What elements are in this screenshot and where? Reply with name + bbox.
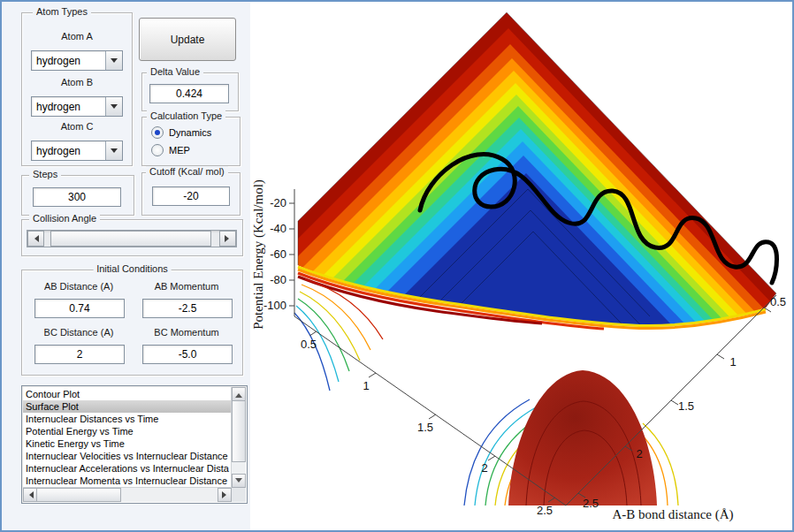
bc-tick: 1 — [363, 379, 369, 392]
cutoff-input[interactable] — [152, 186, 230, 206]
scroll-up-icon[interactable] — [232, 387, 246, 401]
ab-distance-input[interactable] — [34, 299, 125, 318]
collision-angle-title: Collision Angle — [29, 213, 100, 224]
cutoff-panel: Cutoff (Kcal/ mol) — [141, 172, 240, 216]
ab-momentum-input[interactable] — [142, 299, 233, 318]
z-tick: -80 — [270, 273, 286, 286]
radio-dot[interactable] — [151, 126, 164, 139]
z-axis-label: Potential Energy (Kcal/mol) — [251, 179, 266, 330]
delta-value-input[interactable] — [149, 84, 229, 103]
dropdown-arrow-icon[interactable] — [105, 141, 122, 160]
steps-input[interactable] — [33, 187, 121, 207]
slider-thumb[interactable] — [50, 231, 211, 247]
plot-list-item[interactable]: Internuclear Distances vs Time — [23, 413, 232, 425]
app-window: Atom Types Atom A hydrogen Atom B hydrog… — [0, 0, 794, 532]
collision-angle-panel: Collision Angle — [21, 219, 243, 256]
slider-right-arrow-icon[interactable] — [219, 231, 236, 247]
horizontal-scrollbar[interactable] — [23, 487, 232, 502]
bc-distance-input[interactable] — [34, 345, 125, 364]
atom-a-label: Atom A — [22, 31, 132, 42]
delta-value-panel: Delta Value — [141, 72, 239, 111]
scroll-down-icon[interactable] — [232, 474, 246, 488]
vertical-scroll-thumb[interactable] — [232, 400, 246, 462]
plot-type-listbox: Contour Plot Surface Plot Internuclear D… — [21, 385, 248, 504]
bc-tick: 0.5 — [301, 338, 317, 351]
horizontal-scroll-thumb[interactable] — [36, 488, 121, 502]
radio-dynamics-label: Dynamics — [169, 127, 211, 138]
atom-a-value: hydrogen — [32, 55, 105, 67]
slider-left-arrow-icon[interactable] — [27, 231, 44, 247]
plot-list-item[interactable]: Kinetic Energy vs Time — [23, 437, 232, 450]
bc-tick: 2 — [481, 461, 487, 475]
radio-dot[interactable] — [151, 144, 164, 156]
plot-list-item[interactable]: Internuclear Accelerations vs Internucle… — [23, 462, 232, 475]
plot-list: Contour Plot Surface Plot Internuclear D… — [23, 388, 232, 488]
atom-a-dropdown[interactable]: hydrogen — [31, 50, 123, 71]
bc-tick: 1.5 — [417, 421, 433, 434]
z-tick: -60 — [270, 247, 286, 261]
dropdown-arrow-icon[interactable] — [105, 97, 122, 116]
plot-list-item[interactable]: Internuclear Momenta vs Internuclear Dis… — [23, 475, 232, 487]
radio-dynamics[interactable]: Dynamics — [151, 126, 211, 139]
ab-tick: 1.5 — [678, 399, 694, 413]
ab-distance-label: AB Distance (A) — [34, 281, 123, 292]
z-tick: -100 — [263, 299, 286, 312]
scrollbar-corner — [232, 488, 246, 502]
delta-value-title: Delta Value — [147, 66, 203, 77]
x-axis-label: A-B bond distance (Å) — [612, 507, 733, 522]
scroll-right-icon[interactable] — [218, 488, 232, 502]
atom-b-label: Atom B — [22, 77, 132, 87]
collision-angle-slider[interactable] — [27, 230, 237, 247]
atom-b-value: hydrogen — [32, 101, 105, 113]
surface-plot: -20 -40 -60 -80 -100 0.5 1 1.5 2 2.5 0.5… — [250, 2, 794, 530]
z-tick: -20 — [270, 196, 286, 209]
initial-conditions-title: Initial Conditions — [93, 263, 172, 274]
atom-c-dropdown[interactable]: hydrogen — [31, 141, 123, 161]
atom-c-label: Atom C — [22, 121, 132, 132]
calculation-type-title: Calculation Type — [147, 110, 225, 121]
atom-c-value: hydrogen — [32, 145, 105, 157]
vertical-scrollbar[interactable] — [231, 387, 246, 488]
ab-tick: 2.5 — [583, 497, 599, 510]
ab-tick: 2 — [636, 447, 642, 460]
steps-title: Steps — [29, 169, 61, 179]
bc-momentum-label: BC Momentum — [142, 327, 231, 338]
cutoff-title: Cutoff (Kcal/ mol) — [146, 166, 228, 177]
plot-list-item[interactable]: Surface Plot — [23, 400, 232, 413]
bc-tick: 2.5 — [537, 504, 553, 517]
atom-types-panel: Atom Types Atom A hydrogen Atom B hydrog… — [21, 12, 133, 166]
scroll-left-icon[interactable] — [23, 488, 37, 502]
plot-list-item[interactable]: Internuclear Velocities vs Internuclear … — [23, 450, 232, 462]
update-button[interactable]: Update — [139, 18, 236, 61]
radio-mep-label: MEP — [169, 145, 190, 156]
ab-momentum-label: AB Momentum — [142, 281, 231, 292]
steps-panel: Steps — [21, 175, 134, 216]
atom-b-dropdown[interactable]: hydrogen — [31, 96, 123, 117]
bc-distance-label: BC Distance (A) — [34, 327, 123, 338]
plot-list-item[interactable]: Contour Plot — [23, 388, 232, 400]
initial-conditions-panel: Initial Conditions AB Distance (A) AB Mo… — [21, 270, 243, 376]
bc-momentum-input[interactable] — [142, 345, 233, 364]
radio-mep[interactable]: MEP — [151, 144, 190, 156]
calculation-type-panel: Calculation Type Dynamics MEP — [141, 117, 240, 166]
atom-types-title: Atom Types — [33, 6, 91, 17]
z-tick: -40 — [270, 222, 286, 235]
ab-tick: 1 — [729, 355, 736, 369]
plot-list-item[interactable]: Potential Energy vs Time — [23, 425, 232, 437]
ab-tick: 0.5 — [770, 295, 786, 308]
dropdown-arrow-icon[interactable] — [105, 51, 122, 70]
